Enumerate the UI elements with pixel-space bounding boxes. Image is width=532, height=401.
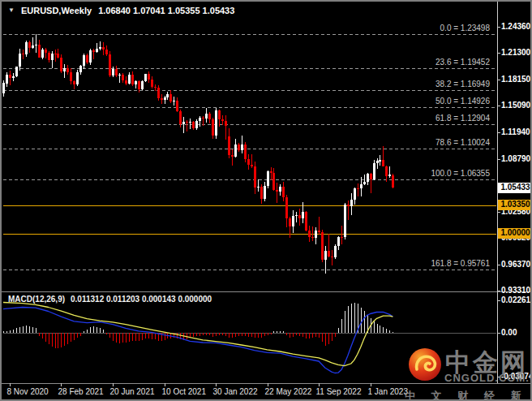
symbol-timeframe-label: EURUSD,Weekly (21, 6, 92, 15)
price-axis[interactable] (497, 19, 532, 383)
chart-window: 0.0 = 1.2349823.6 = 1.1945238.2 = 1.1694… (0, 0, 532, 401)
time-axis[interactable] (3, 383, 497, 401)
macd-chart-area[interactable] (3, 292, 497, 383)
ohlc-values: 1.06840 1.07041 1.05355 1.05433 (98, 6, 234, 15)
chart-header: ▼ EURUSD,Weekly 1.06840 1.07041 1.05355 … (8, 6, 234, 15)
price-chart-area[interactable] (3, 19, 497, 291)
symbol-dropdown-icon[interactable]: ▼ (8, 7, 15, 14)
